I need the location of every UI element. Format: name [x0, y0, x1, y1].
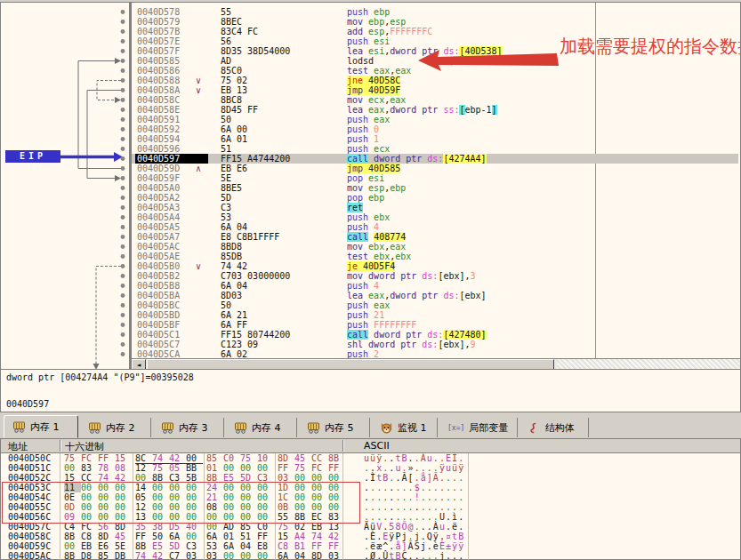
byte-cell[interactable]: 03	[278, 473, 294, 483]
tab-memory-4[interactable]: 内存 4	[226, 418, 297, 437]
disasm-row[interactable]: 0040D59651push ecx	[132, 144, 740, 154]
disasm-row[interactable]: 0040D5798BECmov ebp,esp	[132, 17, 740, 27]
tab-locals[interactable]: [x=]局部变量	[439, 418, 518, 437]
byte-cell[interactable]: 5B	[186, 473, 203, 483]
disasm-row[interactable]: 0040D5926A 00push 0	[132, 124, 740, 134]
byte-cell[interactable]: 35	[135, 522, 152, 532]
byte-cell[interactable]: D5	[169, 522, 186, 532]
tab-struct[interactable]: 结构体	[520, 418, 589, 437]
byte-cell[interactable]: D8	[81, 551, 98, 560]
byte-cell[interactable]: 00	[64, 541, 81, 551]
byte-cell[interactable]: EB	[81, 541, 98, 551]
byte-cell[interactable]: 03	[186, 551, 203, 560]
disasm-row[interactable]: 0040D5A3C3ret	[132, 203, 740, 212]
byte-cell[interactable]: 8D	[115, 522, 132, 532]
byte-cell[interactable]: 45	[115, 532, 132, 541]
byte-cell[interactable]: 15	[278, 532, 294, 541]
byte-cell[interactable]: 00	[223, 512, 240, 522]
byte-cell[interactable]: FC	[311, 463, 328, 473]
dump-row[interactable]: 0040D58C8BC88D45FF506A006A0151FF15A47442…	[1, 532, 740, 541]
byte-cell[interactable]: 12	[135, 463, 152, 473]
byte-cell[interactable]: 00	[240, 551, 257, 560]
byte-cell[interactable]: 00	[186, 483, 203, 492]
byte-cell[interactable]: FF	[328, 463, 345, 473]
byte-cell[interactable]: 5D	[240, 473, 257, 483]
byte-cell[interactable]: 00	[152, 502, 169, 512]
byte-cell[interactable]: 00	[81, 512, 98, 522]
dump-row[interactable]: 0040D59C00EBE65E8BE55DC3536A04E8C8B1FFFF…	[1, 541, 740, 551]
disasm-row[interactable]: 0040D57855push ebp	[132, 7, 740, 17]
byte-cell[interactable]: 5E	[115, 541, 132, 551]
byte-cell[interactable]: 00	[294, 473, 311, 483]
memory-dump-pane[interactable]: 地址 十六进制 ASCII 0040D50C75FCFF158C74420085…	[0, 438, 741, 560]
dump-row[interactable]: 0040D54C0E00000005000000210000001C000000…	[1, 492, 740, 502]
disasm-row[interactable]: 0040D5AE85DBtest ebx,ebx	[132, 252, 740, 261]
byte-cell[interactable]: 00	[115, 483, 132, 492]
disasm-row[interactable]: 0040D597FF15 A4744200call dword ptr ds:[…	[132, 154, 738, 164]
disasm-row[interactable]: 0040D5A453push ebx	[132, 212, 740, 222]
byte-cell[interactable]: 00	[98, 492, 115, 502]
disasm-row[interactable]: 0040D5BC50push eax	[132, 300, 740, 310]
byte-cell[interactable]: EC	[311, 512, 328, 522]
byte-cell[interactable]: 0D	[64, 502, 81, 512]
disasm-row[interactable]: 0040D5C1FF15 80744200call dword ptr ds:[…	[132, 330, 740, 340]
byte-cell[interactable]: C8	[278, 541, 294, 551]
disasm-row[interactable]: 0040D5B2C703 03000000mov dword ptr ds:[e…	[132, 271, 740, 281]
byte-cell[interactable]: 42	[115, 473, 132, 483]
byte-cell[interactable]: CC	[81, 473, 98, 483]
byte-cell[interactable]: 56	[98, 522, 115, 532]
byte-cell[interactable]: 8B	[135, 541, 152, 551]
byte-cell[interactable]: 03	[328, 551, 345, 560]
byte-cell[interactable]: 00	[328, 473, 345, 483]
byte-cell[interactable]: 00	[81, 483, 98, 492]
disasm-row[interactable]: 0040D59150push eax	[132, 115, 740, 124]
byte-cell[interactable]: 83	[328, 512, 345, 522]
disasm-row[interactable]: 0040D588∨75 02jne 40D58C	[132, 76, 740, 85]
byte-cell[interactable]: 00	[81, 492, 98, 502]
byte-cell[interactable]: 74	[135, 551, 152, 560]
byte-cell[interactable]: 51	[240, 532, 257, 541]
byte-cell[interactable]: FF	[278, 463, 294, 473]
byte-cell[interactable]: FF	[98, 453, 115, 463]
byte-cell[interactable]: 03	[206, 551, 223, 560]
disasm-row[interactable]: 0040D58C8BC8mov ecx,eax	[132, 95, 740, 105]
disasm-row[interactable]: 0040D5B0∨74 42je 40D5F4	[132, 261, 740, 271]
byte-cell[interactable]: 00	[223, 502, 240, 512]
byte-cell[interactable]: FF	[257, 532, 274, 541]
byte-cell[interactable]: 00	[223, 492, 240, 502]
disasm-row[interactable]: 0040D59D∧EB E6jmp 40D585	[132, 164, 740, 173]
byte-cell[interactable]: 8B	[152, 473, 169, 483]
byte-cell[interactable]: 21	[206, 492, 223, 502]
byte-cell[interactable]: 08	[115, 463, 132, 473]
byte-cell[interactable]: 04	[294, 551, 311, 560]
byte-cell[interactable]: 8D	[278, 453, 294, 463]
dump-row[interactable]: 0040D5AC8BD885DB7442C703030000006A048D03…	[1, 551, 740, 560]
byte-cell[interactable]: 00	[152, 512, 169, 522]
byte-cell[interactable]: 10	[257, 453, 274, 463]
byte-cell[interactable]: C4	[64, 522, 81, 532]
byte-cell[interactable]: 00	[169, 512, 186, 522]
byte-cell[interactable]: 00	[186, 502, 203, 512]
byte-cell[interactable]: 13	[328, 522, 345, 532]
byte-cell[interactable]: 00	[169, 502, 186, 512]
tab-memory-5[interactable]: 内存 5	[299, 418, 370, 437]
disasm-row[interactable]: 0040D5B86A 04push 4	[132, 281, 740, 291]
byte-cell[interactable]: 75	[152, 463, 169, 473]
disasm-row[interactable]: 0040D5AC8BD8mov ebx,eax	[132, 242, 740, 252]
byte-cell[interactable]: C3	[169, 473, 186, 483]
byte-cell[interactable]: 75	[294, 463, 311, 473]
byte-cell[interactable]: 00	[257, 492, 274, 502]
byte-cell[interactable]: 83	[81, 463, 98, 473]
byte-cell[interactable]: 6A	[169, 532, 186, 541]
dump-row[interactable]: 0040D56C090000001300000000000000558BEC83…	[1, 512, 740, 522]
byte-cell[interactable]: 40	[186, 522, 203, 532]
byte-cell[interactable]: CC	[311, 453, 328, 463]
byte-cell[interactable]: 85	[240, 522, 257, 532]
byte-cell[interactable]: 00	[257, 483, 274, 492]
byte-cell[interactable]: 09	[64, 512, 81, 522]
byte-cell[interactable]: 00	[240, 502, 257, 512]
byte-cell[interactable]: 00	[294, 502, 311, 512]
byte-cell[interactable]: C0	[257, 522, 274, 532]
disasm-row[interactable]: 0040D5A7E8 C8B1FFFFcall 408774	[132, 232, 740, 242]
byte-cell[interactable]: 00	[186, 512, 203, 522]
